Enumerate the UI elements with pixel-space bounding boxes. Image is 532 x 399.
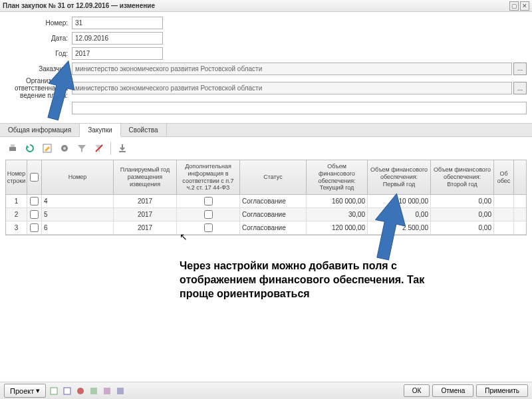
grid-header: Номер строки Номер Планируемый год разме…: [6, 160, 526, 195]
svg-rect-12: [117, 388, 124, 394]
annotation-text: Через настройки можно добавить поля с от…: [180, 259, 459, 301]
col-fin-first[interactable]: Объем финансового обеспечения: Первый го…: [368, 160, 431, 194]
cell-status: Согласование: [240, 195, 307, 207]
cell-info[interactable]: [177, 195, 240, 207]
cell-status: Согласование: [240, 208, 307, 221]
cell-fin1: 120 000,00: [307, 221, 368, 234]
edit-icon[interactable]: [40, 141, 55, 156]
ok-button[interactable]: ОК: [404, 384, 430, 397]
table-row[interactable]: 142017Согласование160 000,0010 000,000,0…: [6, 195, 526, 208]
footer-icon-1[interactable]: [49, 386, 59, 396]
cell-fin4: [494, 208, 514, 221]
col-fin-more[interactable]: Об обес: [494, 160, 514, 194]
filter-clear-icon[interactable]: [92, 141, 106, 156]
minimize-button[interactable]: ▢: [509, 1, 519, 11]
col-year[interactable]: Планируемый год размещения извещения: [114, 160, 177, 194]
settings-icon[interactable]: [57, 141, 72, 156]
table-row[interactable]: 252017Согласование30,000,000,00: [6, 208, 526, 221]
cell-fin2: 2 500,00: [368, 221, 431, 234]
svg-point-4: [63, 147, 66, 150]
footer-icon-6[interactable]: [115, 386, 126, 396]
tab-properties[interactable]: Свойства: [121, 124, 167, 136]
cursor-icon: ↖: [180, 231, 188, 242]
footer-icon-4[interactable]: [88, 386, 99, 396]
svg-rect-6: [119, 151, 126, 152]
apply-button[interactable]: Применить: [476, 384, 528, 397]
cell-check[interactable]: [27, 195, 42, 207]
cell-rownum: 2: [6, 208, 27, 221]
org-label: Организация, ответственная за ведение пл…: [5, 77, 72, 99]
year-label: Год:: [5, 50, 72, 57]
footer: Проект▾ ОК Отмена Применить: [0, 382, 532, 399]
org-input[interactable]: [72, 82, 512, 94]
customer-label: Заказчик:: [5, 65, 72, 72]
col-status[interactable]: Статус: [240, 160, 307, 194]
customer-input[interactable]: [72, 63, 512, 75]
col-rownum[interactable]: Номер строки: [6, 160, 27, 194]
print-icon[interactable]: [5, 141, 20, 156]
project-menu-button[interactable]: Проект▾: [4, 384, 46, 398]
toolbar-separator: [110, 142, 111, 155]
org-lookup-button[interactable]: …: [513, 82, 527, 94]
date-label: Дата:: [5, 35, 72, 42]
customer-lookup-button[interactable]: …: [513, 63, 527, 75]
cell-check[interactable]: [27, 221, 42, 234]
svg-rect-11: [104, 388, 110, 394]
col-fin-current[interactable]: Объем финансового обеспечения: Текущий г…: [307, 160, 368, 194]
cancel-button[interactable]: Отмена: [432, 384, 473, 397]
svg-rect-0: [9, 147, 16, 151]
cell-fin3: 0,00: [431, 195, 494, 207]
cell-rownum: 3: [6, 221, 27, 234]
close-button[interactable]: ✕: [520, 1, 529, 11]
svg-rect-1: [11, 144, 15, 147]
cell-year: 2017: [114, 195, 177, 207]
year-input[interactable]: [72, 47, 163, 60]
filter-icon[interactable]: [74, 141, 89, 156]
cell-fin2: 10 000,00: [368, 195, 431, 207]
note-input[interactable]: [72, 102, 527, 114]
cell-year: 2017: [114, 208, 177, 221]
tab-purchases[interactable]: Закупки: [80, 124, 120, 137]
cell-num: 5: [42, 208, 114, 221]
form-area: Номер: Дата: Год: Заказчик:… Организация…: [0, 12, 532, 120]
number-input[interactable]: [72, 17, 163, 29]
cell-rownum: 1: [6, 195, 27, 207]
titlebar: План закупок № 31 от 12.09.2016 — измене…: [0, 0, 532, 12]
header-checkbox[interactable]: [30, 173, 39, 182]
footer-icon-5[interactable]: [102, 386, 112, 396]
number-label: Номер:: [5, 19, 72, 27]
cell-num: 6: [42, 221, 114, 234]
export-icon[interactable]: [115, 141, 130, 156]
col-check[interactable]: [27, 160, 42, 194]
cell-fin4: [494, 195, 514, 207]
window-title: План закупок № 31 от 12.09.2016 — измене…: [3, 2, 155, 9]
svg-rect-8: [64, 388, 70, 394]
cell-fin4: [494, 221, 514, 234]
col-info[interactable]: Дополнительная информация в соответствии…: [177, 160, 240, 194]
cell-fin1: 30,00: [307, 208, 368, 221]
grid: Номер строки Номер Планируемый год разме…: [5, 160, 527, 235]
tabs: Общая информация Закупки Свойства: [0, 123, 532, 137]
toolbar: [0, 137, 532, 160]
refresh-icon[interactable]: [23, 141, 37, 156]
cell-fin3: 0,00: [431, 208, 494, 221]
cell-fin1: 160 000,00: [307, 195, 368, 207]
cell-check[interactable]: [27, 208, 42, 221]
svg-point-9: [77, 388, 84, 394]
chevron-down-icon: ▾: [36, 386, 40, 395]
table-row[interactable]: 362017Согласование120 000,002 500,000,00: [6, 221, 526, 235]
tab-general[interactable]: Общая информация: [0, 124, 80, 136]
date-input[interactable]: [72, 32, 163, 45]
svg-rect-7: [51, 388, 57, 394]
footer-icon-3[interactable]: [75, 386, 86, 396]
cell-year: 2017: [114, 221, 177, 234]
cell-status: Согласование: [240, 221, 307, 234]
cell-info[interactable]: [177, 208, 240, 221]
svg-rect-10: [90, 388, 97, 394]
footer-icon-2[interactable]: [62, 386, 72, 396]
cell-fin3: 0,00: [431, 221, 494, 234]
col-number[interactable]: Номер: [42, 160, 114, 194]
col-fin-second[interactable]: Объем финансового обеспечения: Второй го…: [431, 160, 494, 194]
cell-num: 4: [42, 195, 114, 207]
cell-fin2: 0,00: [368, 208, 431, 221]
